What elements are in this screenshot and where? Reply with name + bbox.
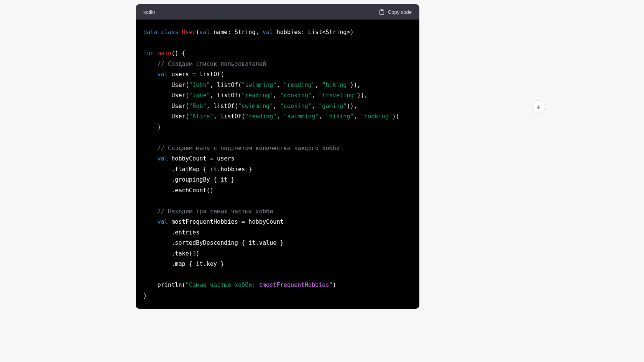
clipboard-icon [379,9,385,15]
code-body[interactable]: data class User(val name: String, val ho… [136,20,419,309]
arrow-down-icon [536,104,542,110]
copy-code-button[interactable]: Copy code [379,9,412,15]
svg-rect-0 [381,10,383,11]
copy-code-label: Copy code [388,9,412,15]
code-header: kotlin Copy code [136,4,419,20]
code-content: data class User(val name: String, val ho… [143,27,412,301]
language-label: kotlin [143,9,155,15]
scroll-down-button[interactable] [532,100,545,113]
code-block: kotlin Copy code data class User(val nam… [136,4,419,309]
